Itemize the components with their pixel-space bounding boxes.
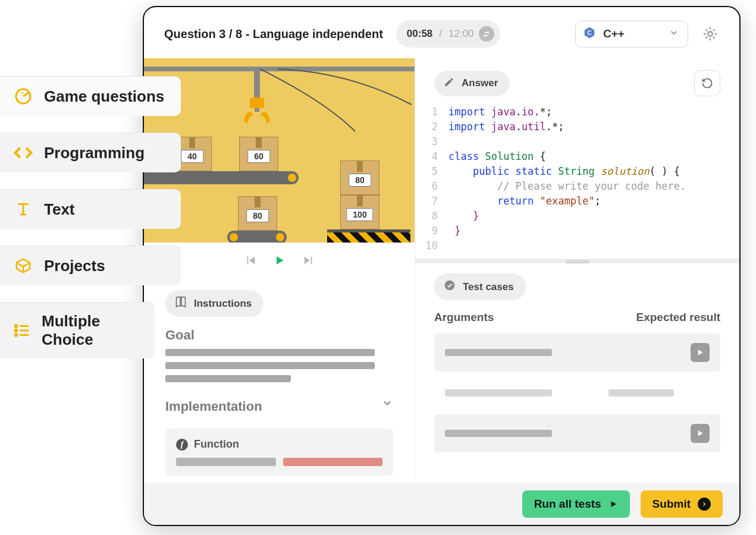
- category-projects[interactable]: Projects: [0, 246, 181, 285]
- list-icon: [13, 320, 31, 341]
- svg-point-1: [15, 325, 17, 328]
- category-label: Game questions: [44, 87, 164, 106]
- text-placeholder: [165, 349, 375, 356]
- text-placeholder: [165, 375, 291, 382]
- code-icon: [13, 143, 33, 163]
- right-pane: Answer 1import java.io.*;2import java.ut…: [415, 58, 739, 483]
- box: 100: [340, 195, 379, 229]
- answer-tab[interactable]: Answer: [434, 71, 510, 96]
- check-circle-icon: [444, 279, 456, 294]
- category-list: Game questions Programming Text Projects…: [0, 76, 181, 358]
- run-label: Run all tests: [534, 498, 601, 511]
- text-placeholder: [445, 430, 552, 437]
- language-label: C++: [603, 27, 625, 40]
- svg-point-9: [445, 281, 455, 291]
- testcase-row[interactable]: [434, 414, 720, 452]
- category-text[interactable]: Text: [0, 189, 181, 229]
- run-all-tests-button[interactable]: Run all tests: [522, 490, 630, 518]
- svg-text:C: C: [587, 29, 591, 36]
- answer-label: Answer: [462, 77, 498, 89]
- box-icon: [13, 256, 33, 276]
- timer[interactable]: 00:58 / 12:00: [396, 20, 500, 48]
- testcases-label: Test cases: [463, 281, 514, 293]
- text-placeholder: [165, 362, 375, 369]
- implementation-heading: Implementation: [165, 399, 262, 414]
- svg-point-2: [15, 329, 17, 332]
- timer-max: 12:00: [448, 28, 474, 40]
- animation-canvas: 40 60 80 80 100: [144, 58, 415, 243]
- skip-forward-icon[interactable]: [302, 254, 315, 267]
- text-icon: [13, 199, 33, 219]
- testcase-row: [434, 380, 720, 406]
- pencil-icon: [444, 77, 454, 90]
- app-header: Question 3 / 8 - Language independent 00…: [144, 7, 739, 58]
- left-pane: 40 60 80 80 100 Instructions Goal: [144, 58, 415, 483]
- goal-heading: Goal: [165, 328, 393, 343]
- category-label: Programming: [44, 144, 145, 162]
- function-heading: Function: [194, 438, 239, 451]
- chevron-right-icon: [698, 498, 711, 511]
- language-select[interactable]: C C++: [575, 21, 688, 48]
- timer-elapsed: 00:58: [407, 28, 432, 40]
- testcases-tab[interactable]: Test cases: [434, 273, 526, 300]
- category-label: Projects: [44, 257, 105, 275]
- question-label: Question 3 / 8 - Language independent: [164, 27, 383, 41]
- text-placeholder: [445, 349, 552, 356]
- testcase-row[interactable]: [434, 333, 720, 372]
- box: 60: [239, 137, 278, 171]
- code-editor[interactable]: 1import java.io.*;2import java.util.*;34…: [415, 101, 739, 259]
- submit-label: Submit: [653, 498, 691, 511]
- function-card: f Function: [165, 429, 393, 476]
- app-footer: Run all tests Submit: [144, 483, 739, 525]
- category-label: Text: [44, 200, 75, 219]
- svg-rect-8: [255, 108, 259, 112]
- settings-button[interactable]: [701, 25, 719, 43]
- pacman-icon: [13, 86, 33, 106]
- text-placeholder: [608, 389, 674, 396]
- play-icon[interactable]: [274, 254, 286, 266]
- svg-rect-7: [250, 97, 264, 108]
- box: 80: [238, 196, 277, 231]
- run-testcase-button[interactable]: [691, 343, 710, 362]
- chevron-down-icon: [381, 397, 393, 411]
- svg-point-6: [708, 32, 712, 36]
- app-window: Question 3 / 8 - Language independent 00…: [143, 6, 741, 526]
- run-testcase-button[interactable]: [691, 424, 710, 443]
- svg-point-0: [21, 92, 23, 93]
- swap-icon[interactable]: [479, 26, 494, 42]
- animation-controls: [144, 243, 415, 278]
- reset-button[interactable]: [694, 70, 720, 96]
- cpp-icon: C: [583, 26, 596, 42]
- box: 80: [340, 160, 379, 195]
- function-icon: f: [176, 439, 188, 451]
- text-placeholder: [445, 389, 552, 396]
- instructions-label: Instructions: [194, 298, 252, 310]
- col-arguments: Arguments: [434, 311, 494, 324]
- svg-point-3: [15, 334, 17, 336]
- col-expected: Expected result: [636, 311, 721, 324]
- category-game-questions[interactable]: Game questions: [0, 76, 181, 116]
- skip-back-icon[interactable]: [244, 254, 257, 267]
- category-label: Multiple Choice: [42, 312, 138, 349]
- crane-icon: [239, 97, 275, 133]
- submit-button[interactable]: Submit: [641, 490, 723, 518]
- implementation-toggle[interactable]: Implementation: [165, 388, 393, 420]
- category-multiple-choice[interactable]: Multiple Choice: [0, 302, 155, 358]
- timer-separator: /: [439, 28, 442, 40]
- chevron-down-icon: [669, 27, 679, 41]
- category-programming[interactable]: Programming: [0, 133, 181, 172]
